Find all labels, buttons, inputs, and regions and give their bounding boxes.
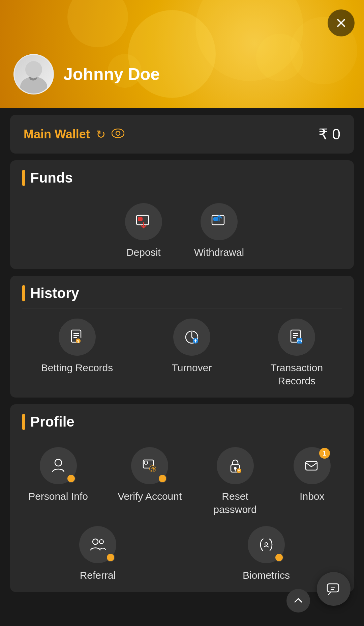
verify-account-icon-circle: @	[131, 447, 168, 484]
reset-password-icon-circle	[217, 447, 254, 484]
svg-point-45	[99, 540, 103, 544]
profile-title: Profile	[30, 414, 74, 430]
svg-point-44	[93, 539, 98, 544]
funds-section: Funds Deposit	[10, 160, 354, 269]
turnover-icon-circle	[173, 319, 210, 356]
history-bar	[22, 285, 25, 301]
transaction-records-label: TransactionRecords	[271, 361, 323, 387]
svg-text:@: @	[151, 466, 155, 471]
avatar: J	[13, 54, 54, 94]
referral-label: Referral	[80, 569, 116, 582]
profile-header: Profile	[10, 404, 354, 430]
betting-records-label: Betting Records	[41, 361, 113, 374]
user-info: J Johnny Doe	[13, 54, 160, 94]
reset-password-label: Resetpassword	[213, 490, 256, 516]
svg-point-31	[144, 461, 148, 464]
biometrics-label: Biometrics	[243, 569, 290, 582]
svg-point-3	[116, 131, 120, 135]
inbox-badge: 1	[319, 448, 330, 459]
funds-bar	[22, 170, 25, 186]
history-title: History	[30, 285, 79, 301]
withdrawal-label: Withdrawal	[194, 246, 244, 259]
svg-point-46	[265, 543, 268, 545]
personal-info-button[interactable]: Personal Info	[28, 447, 88, 516]
transaction-records-button[interactable]: TransactionRecords	[271, 319, 323, 387]
referral-button[interactable]: Referral	[74, 526, 121, 582]
wallet-section: Main Wallet ↻ ₹ 0	[10, 115, 354, 154]
svg-rect-5	[138, 217, 143, 221]
inbox-button[interactable]: 1 Inbox	[289, 447, 336, 516]
reset-password-button[interactable]: Resetpassword	[212, 447, 259, 516]
biometrics-button[interactable]: Biometrics	[243, 526, 290, 582]
wallet-label: Main Wallet	[24, 127, 90, 141]
referral-badge	[106, 553, 115, 562]
betting-records-button[interactable]: $ Betting Records	[41, 319, 113, 387]
funds-title: Funds	[30, 170, 73, 186]
svg-point-29	[55, 459, 62, 466]
turnover-label: Turnover	[172, 361, 212, 374]
profile-items-row1: Personal Info @ Verify Account	[10, 437, 354, 526]
betting-records-icon-circle: $	[59, 319, 96, 356]
history-section: History $ Betting Records	[10, 276, 354, 398]
inbox-icon-circle: 1	[294, 447, 331, 484]
history-header: History	[10, 276, 354, 301]
verify-account-label: Verify Account	[118, 490, 182, 503]
referral-icon-circle	[79, 526, 116, 563]
chat-button[interactable]	[317, 572, 351, 606]
svg-text:$: $	[77, 339, 79, 343]
history-items: $ Betting Records Turnover	[10, 308, 354, 398]
funds-header: Funds	[10, 160, 354, 186]
username: Johnny Doe	[63, 64, 160, 84]
refresh-icon[interactable]: ↻	[96, 128, 105, 141]
personal-info-icon-circle	[40, 447, 77, 484]
turnover-button[interactable]: Turnover	[168, 319, 215, 387]
close-button[interactable]	[328, 9, 355, 36]
deposit-label: Deposit	[126, 246, 161, 259]
personal-info-badge	[67, 474, 75, 483]
biometrics-badge	[275, 553, 283, 562]
hero-section: J Johnny Doe	[0, 0, 364, 108]
profile-items-row2: Referral Biometrics	[10, 526, 354, 592]
deposit-icon-circle	[125, 203, 162, 240]
withdrawal-icon-circle	[201, 203, 238, 240]
svg-rect-43	[306, 461, 317, 470]
biometrics-icon-circle	[248, 526, 285, 563]
profile-section: Profile Personal Info	[10, 404, 354, 592]
wallet-balance: ₹ 0	[318, 126, 340, 143]
profile-bar	[22, 414, 25, 430]
verify-account-badge	[158, 474, 167, 483]
inbox-label: Inbox	[300, 490, 324, 503]
transaction-records-icon-circle	[278, 319, 315, 356]
funds-items: Deposit Withdrawal	[10, 193, 354, 269]
scroll-up-button[interactable]	[286, 589, 310, 613]
deposit-button[interactable]: Deposit	[120, 203, 167, 259]
eye-icon[interactable]	[112, 128, 124, 141]
personal-info-label: Personal Info	[28, 490, 88, 503]
svg-rect-47	[327, 584, 339, 592]
withdrawal-button[interactable]: Withdrawal	[194, 203, 244, 259]
wallet-left: Main Wallet ↻	[24, 127, 124, 141]
verify-account-button[interactable]: @ Verify Account	[118, 447, 182, 516]
svg-point-2	[112, 129, 124, 138]
